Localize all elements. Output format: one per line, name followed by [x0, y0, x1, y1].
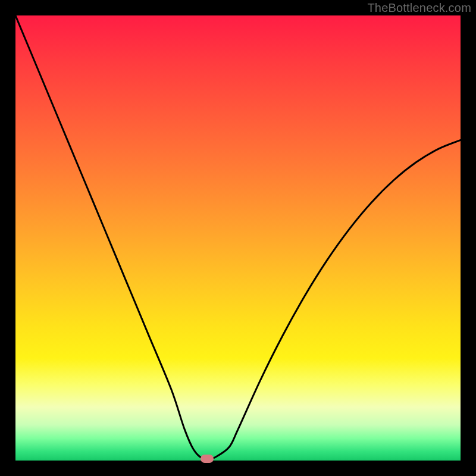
bottleneck-curve: [15, 15, 461, 461]
watermark-text: TheBottleneck.com: [367, 1, 471, 15]
optimal-point-marker: [201, 455, 214, 463]
chart-frame: TheBottleneck.com: [0, 0, 476, 476]
plot-area: [15, 15, 461, 461]
